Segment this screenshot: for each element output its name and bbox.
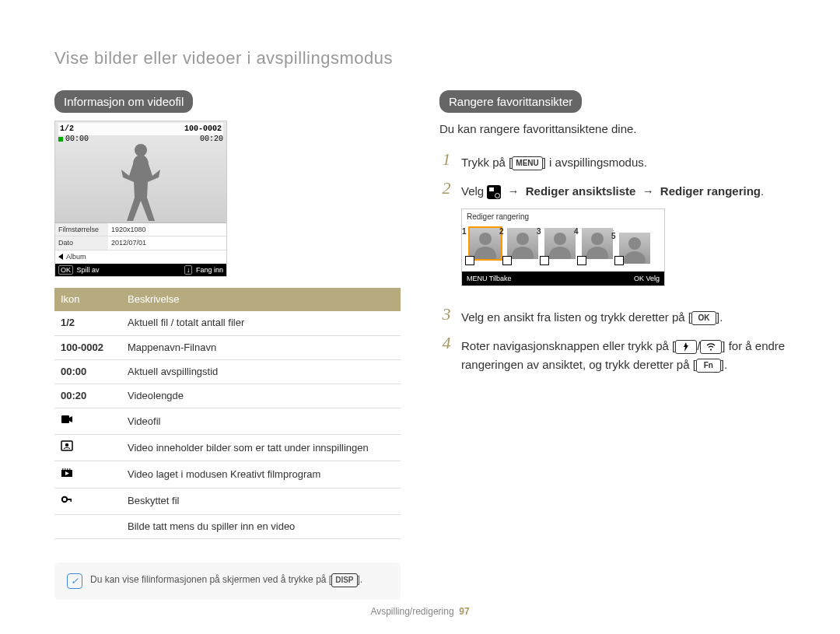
heading-video-info: Informasjon om videofil: [54, 90, 193, 113]
info-label-size: Filmstørrelse: [55, 223, 108, 236]
right-arrow: →: [642, 184, 654, 198]
right-intro: Du kan rangere favorittansiktene dine.: [439, 121, 786, 137]
record-dot-icon: [58, 137, 63, 142]
lcd-info-box: Filmstørrelse 1920x1080 Dato 2012/07/01 …: [55, 222, 226, 264]
lcd-play-label: Spill av: [77, 266, 100, 274]
note-text: Du kan vise filinformasjonen på skjermen…: [90, 574, 331, 585]
svg-rect-18: [71, 499, 72, 502]
step3-text-b: ].: [716, 310, 723, 324]
flash-key: [675, 340, 697, 354]
rank-back-label: Tilbake: [489, 275, 512, 282]
camera-settings-icon: [487, 185, 501, 199]
info-value-size: 1920x1080: [108, 223, 226, 236]
lcd-capture-label: Fang inn: [196, 266, 223, 274]
table-row: 1/2Aktuell fil / totalt antall filer: [54, 311, 401, 335]
triangle-left-icon: [58, 254, 63, 260]
info-label-date: Dato: [55, 236, 108, 250]
step3-text-a: Velg en ansikt fra listen og trykk deret…: [461, 310, 691, 324]
svg-point-19: [479, 233, 492, 245]
page-title: Vise bilder eller videoer i avspillingsm…: [54, 47, 786, 71]
step4-text-a: Roter navigasjonsknappen eller trykk på …: [461, 339, 675, 352]
step2-text-a: Velg: [461, 184, 487, 198]
footer-page-number: 97: [459, 606, 469, 617]
lcd-time-start: 00:00: [65, 134, 89, 145]
disp-key: DISP: [331, 573, 357, 587]
dancer-silhouette: [114, 141, 168, 222]
svg-point-25: [591, 233, 604, 245]
svg-point-21: [516, 233, 529, 245]
step-number: 2: [439, 180, 453, 197]
fn-key: Fn: [696, 359, 721, 373]
th-desc: Beskrivelse: [121, 288, 401, 311]
svg-point-26: [586, 247, 608, 259]
lcd-counter: 1/2: [60, 124, 74, 135]
video-lcd: 1/2 100-0002 00:00 00:20: [54, 121, 227, 277]
step-number: 4: [439, 335, 453, 352]
table-row: Beskyttet fil: [54, 488, 401, 514]
table-row: 100-0002Mappenavn-Filnavn: [54, 335, 401, 359]
face-cell: 4★: [582, 228, 613, 264]
svg-point-9: [65, 443, 68, 447]
lcd-time-end: 00:20: [200, 134, 223, 145]
svg-rect-15: [69, 469, 71, 470]
table-row: Video inneholder bilder som er tatt unde…: [54, 435, 401, 461]
videofile-icon: [61, 413, 73, 426]
note-text-end: ].: [358, 574, 363, 585]
svg-point-24: [549, 247, 571, 259]
heading-rank-faces: Rangere favorittansikter: [439, 90, 582, 113]
icon-description-table: Ikon Beskrivelse 1/2Aktuell fil / totalt…: [54, 288, 401, 539]
table-row: Video laget i modusen Kreativt filmprogr…: [54, 461, 401, 488]
step2-bold-2: Rediger rangering: [660, 184, 761, 198]
lcd-ok-btn: OK: [58, 265, 73, 275]
step-number: 1: [439, 151, 453, 168]
svg-point-20: [474, 247, 496, 259]
face-cell: 2★: [507, 228, 538, 264]
svg-rect-14: [67, 469, 68, 470]
svg-rect-13: [65, 469, 66, 470]
step-number: 3: [439, 306, 453, 323]
svg-point-22: [512, 247, 534, 259]
menu-key: MENU: [512, 156, 542, 170]
step1-text-a: Trykk på [: [461, 156, 512, 169]
table-row: 00:00Aktuell avspillingstid: [54, 359, 401, 384]
step1-text-b: ] i avspillingsmodus.: [543, 156, 647, 169]
rank-menu-btn: MENU: [467, 275, 488, 282]
th-icon: Ikon: [54, 288, 121, 311]
creative-movie-icon: [61, 466, 73, 478]
note-box: ✓ Du kan vise filinformasjonen på skjerm…: [54, 562, 401, 600]
rank-ok-btn: OK: [634, 275, 644, 282]
svg-point-23: [554, 233, 566, 245]
rank-select-label: Velg: [646, 275, 660, 282]
lcd-album-label: Album: [66, 252, 86, 262]
ok-key: OK: [691, 311, 716, 325]
step2-bold-1: Rediger ansiktsliste: [526, 184, 636, 198]
rank-lcd-title: Rediger rangering: [462, 209, 664, 225]
protected-lock-icon: [61, 493, 73, 506]
right-arrow: →: [508, 184, 520, 198]
table-row: Bilde tatt mens du spiller inn en video: [54, 514, 401, 538]
table-row: Videofil: [54, 408, 401, 435]
face-cell: 5: [619, 233, 650, 264]
svg-point-29: [710, 349, 712, 351]
lcd-down-btn: ↓: [184, 265, 193, 275]
svg-rect-12: [62, 469, 64, 470]
lcd-fileid: 100-0002: [184, 124, 222, 135]
rank-lcd: Rediger rangering 1★ 2★ 3★: [461, 208, 665, 287]
step4-text-c: ].: [721, 358, 727, 371]
face-cell: 3★: [544, 228, 576, 264]
face-cell: 1★: [470, 228, 501, 264]
info-icon: ✓: [67, 573, 82, 589]
svg-point-28: [624, 251, 646, 264]
table-row: 00:20Videolengde: [54, 384, 401, 408]
svg-point-27: [628, 237, 641, 250]
video-with-photos-icon: [61, 440, 73, 452]
wifi-key: [700, 340, 722, 354]
svg-rect-7: [61, 415, 69, 423]
info-value-date: 2012/07/01: [108, 236, 226, 250]
page-footer: Avspilling/redigering 97: [0, 605, 840, 618]
svg-point-6: [135, 144, 147, 156]
footer-section: Avspilling/redigering: [370, 606, 453, 617]
svg-point-16: [62, 496, 67, 501]
